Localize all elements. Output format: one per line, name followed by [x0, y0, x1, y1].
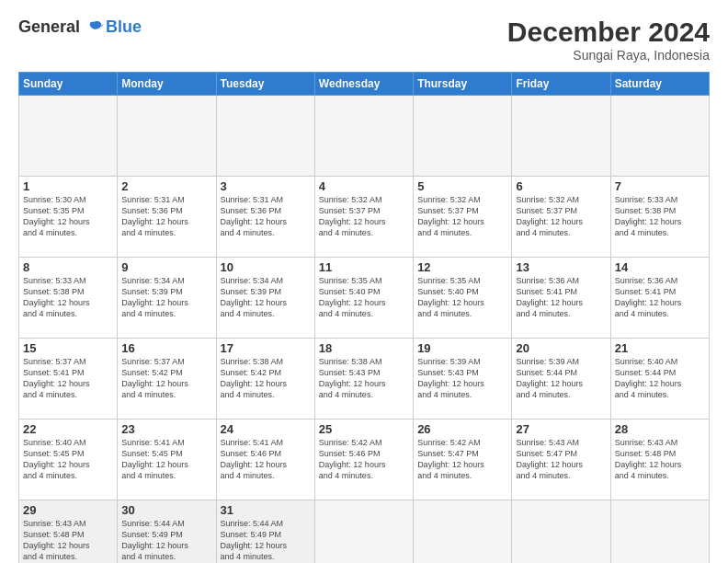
calendar-cell: 15Sunrise: 5:37 AMSunset: 5:41 PMDayligh… [19, 339, 118, 419]
calendar-cell [19, 96, 118, 177]
calendar-cell: 4Sunrise: 5:32 AMSunset: 5:37 PMDaylight… [314, 177, 413, 258]
day-number: 15 [23, 341, 113, 355]
calendar-week-row: 1Sunrise: 5:30 AMSunset: 5:35 PMDaylight… [19, 177, 710, 258]
calendar-cell: 24Sunrise: 5:41 AMSunset: 5:46 PMDayligh… [216, 419, 314, 500]
calendar-cell: 29Sunrise: 5:43 AMSunset: 5:48 PMDayligh… [19, 500, 118, 564]
calendar-cell [512, 500, 610, 564]
day-info: Sunrise: 5:41 AMSunset: 5:45 PMDaylight:… [121, 437, 211, 482]
day-info: Sunrise: 5:43 AMSunset: 5:48 PMDaylight:… [23, 518, 113, 563]
day-number: 10 [221, 260, 311, 274]
calendar-cell: 17Sunrise: 5:38 AMSunset: 5:42 PMDayligh… [216, 339, 314, 419]
day-number: 19 [417, 341, 507, 355]
calendar-cell: 10Sunrise: 5:34 AMSunset: 5:39 PMDayligh… [216, 258, 314, 339]
calendar-cell: 13Sunrise: 5:36 AMSunset: 5:41 PMDayligh… [512, 258, 610, 339]
col-header-tuesday: Tuesday [216, 73, 314, 96]
day-info: Sunrise: 5:38 AMSunset: 5:42 PMDaylight:… [221, 356, 311, 401]
day-info: Sunrise: 5:41 AMSunset: 5:46 PMDaylight:… [221, 437, 311, 482]
day-info: Sunrise: 5:30 AMSunset: 5:35 PMDaylight:… [23, 194, 113, 239]
calendar-cell: 8Sunrise: 5:33 AMSunset: 5:38 PMDaylight… [19, 258, 118, 339]
day-info: Sunrise: 5:34 AMSunset: 5:39 PMDaylight:… [121, 275, 211, 320]
col-header-sunday: Sunday [19, 73, 118, 96]
day-number: 9 [121, 260, 211, 274]
day-number: 20 [516, 341, 606, 355]
calendar-cell: 14Sunrise: 5:36 AMSunset: 5:41 PMDayligh… [610, 258, 709, 339]
calendar-week-row: 22Sunrise: 5:40 AMSunset: 5:45 PMDayligh… [19, 419, 710, 500]
location-subtitle: Sungai Raya, Indonesia [507, 48, 710, 63]
calendar-cell: 2Sunrise: 5:31 AMSunset: 5:36 PMDaylight… [118, 177, 216, 258]
day-info: Sunrise: 5:36 AMSunset: 5:41 PMDaylight:… [516, 275, 606, 320]
calendar-cell [610, 96, 709, 177]
day-info: Sunrise: 5:33 AMSunset: 5:38 PMDaylight:… [615, 194, 705, 239]
calendar-cell [610, 500, 709, 564]
day-info: Sunrise: 5:40 AMSunset: 5:45 PMDaylight:… [23, 437, 113, 482]
calendar-table: SundayMondayTuesdayWednesdayThursdayFrid… [18, 72, 710, 563]
day-number: 27 [516, 422, 606, 436]
day-number: 4 [319, 179, 409, 193]
day-info: Sunrise: 5:32 AMSunset: 5:37 PMDaylight:… [417, 194, 507, 239]
logo-blue-text: Blue [106, 17, 142, 37]
calendar-cell: 30Sunrise: 5:44 AMSunset: 5:49 PMDayligh… [118, 500, 216, 564]
calendar-cell: 7Sunrise: 5:33 AMSunset: 5:38 PMDaylight… [610, 177, 709, 258]
month-title: December 2024 [507, 17, 710, 48]
calendar-cell: 5Sunrise: 5:32 AMSunset: 5:37 PMDaylight… [414, 177, 512, 258]
day-info: Sunrise: 5:35 AMSunset: 5:40 PMDaylight:… [319, 275, 409, 320]
day-number: 3 [221, 179, 311, 193]
calendar-cell: 11Sunrise: 5:35 AMSunset: 5:40 PMDayligh… [314, 258, 413, 339]
day-number: 21 [615, 341, 705, 355]
day-number: 12 [417, 260, 507, 274]
day-info: Sunrise: 5:44 AMSunset: 5:49 PMDaylight:… [121, 518, 211, 563]
calendar-header-row: SundayMondayTuesdayWednesdayThursdayFrid… [19, 73, 710, 96]
day-info: Sunrise: 5:44 AMSunset: 5:49 PMDaylight:… [221, 518, 311, 563]
header: General Blue December 2024 Sungai Raya, … [18, 17, 710, 63]
day-number: 13 [516, 260, 606, 274]
calendar-cell [512, 96, 610, 177]
calendar-cell [118, 96, 216, 177]
day-number: 5 [417, 179, 507, 193]
logo-bird-icon [84, 17, 104, 37]
day-info: Sunrise: 5:40 AMSunset: 5:44 PMDaylight:… [615, 356, 705, 401]
day-number: 29 [23, 503, 113, 517]
col-header-monday: Monday [118, 73, 216, 96]
calendar-cell: 9Sunrise: 5:34 AMSunset: 5:39 PMDaylight… [118, 258, 216, 339]
calendar-week-row: 29Sunrise: 5:43 AMSunset: 5:48 PMDayligh… [19, 500, 710, 564]
day-number: 8 [23, 260, 113, 274]
day-info: Sunrise: 5:32 AMSunset: 5:37 PMDaylight:… [516, 194, 606, 239]
day-info: Sunrise: 5:42 AMSunset: 5:47 PMDaylight:… [417, 437, 507, 482]
calendar-week-row [19, 96, 710, 177]
day-info: Sunrise: 5:31 AMSunset: 5:36 PMDaylight:… [221, 194, 311, 239]
calendar-cell: 31Sunrise: 5:44 AMSunset: 5:49 PMDayligh… [216, 500, 314, 564]
day-number: 6 [516, 179, 606, 193]
day-info: Sunrise: 5:33 AMSunset: 5:38 PMDaylight:… [23, 275, 113, 320]
day-number: 31 [221, 503, 311, 517]
day-info: Sunrise: 5:37 AMSunset: 5:42 PMDaylight:… [121, 356, 211, 401]
col-header-thursday: Thursday [414, 73, 512, 96]
calendar-cell: 25Sunrise: 5:42 AMSunset: 5:46 PMDayligh… [314, 419, 413, 500]
calendar-cell: 22Sunrise: 5:40 AMSunset: 5:45 PMDayligh… [19, 419, 118, 500]
day-info: Sunrise: 5:39 AMSunset: 5:44 PMDaylight:… [516, 356, 606, 401]
calendar-cell: 26Sunrise: 5:42 AMSunset: 5:47 PMDayligh… [414, 419, 512, 500]
calendar-cell: 16Sunrise: 5:37 AMSunset: 5:42 PMDayligh… [118, 339, 216, 419]
day-number: 26 [417, 422, 507, 436]
day-number: 23 [121, 422, 211, 436]
day-info: Sunrise: 5:31 AMSunset: 5:36 PMDaylight:… [121, 194, 211, 239]
day-number: 30 [121, 503, 211, 517]
calendar-cell: 28Sunrise: 5:43 AMSunset: 5:48 PMDayligh… [610, 419, 709, 500]
day-number: 25 [319, 422, 409, 436]
calendar-week-row: 15Sunrise: 5:37 AMSunset: 5:41 PMDayligh… [19, 339, 710, 419]
calendar-cell: 1Sunrise: 5:30 AMSunset: 5:35 PMDaylight… [19, 177, 118, 258]
calendar-cell [414, 96, 512, 177]
day-info: Sunrise: 5:43 AMSunset: 5:48 PMDaylight:… [615, 437, 705, 482]
calendar-cell: 18Sunrise: 5:38 AMSunset: 5:43 PMDayligh… [314, 339, 413, 419]
col-header-wednesday: Wednesday [314, 73, 413, 96]
logo: General Blue [18, 17, 142, 37]
day-info: Sunrise: 5:36 AMSunset: 5:41 PMDaylight:… [615, 275, 705, 320]
day-info: Sunrise: 5:37 AMSunset: 5:41 PMDaylight:… [23, 356, 113, 401]
calendar-cell: 20Sunrise: 5:39 AMSunset: 5:44 PMDayligh… [512, 339, 610, 419]
title-block: December 2024 Sungai Raya, Indonesia [507, 17, 710, 63]
day-info: Sunrise: 5:43 AMSunset: 5:47 PMDaylight:… [516, 437, 606, 482]
day-info: Sunrise: 5:39 AMSunset: 5:43 PMDaylight:… [417, 356, 507, 401]
col-header-friday: Friday [512, 73, 610, 96]
calendar-cell: 19Sunrise: 5:39 AMSunset: 5:43 PMDayligh… [414, 339, 512, 419]
calendar-cell: 3Sunrise: 5:31 AMSunset: 5:36 PMDaylight… [216, 177, 314, 258]
calendar-cell [314, 500, 413, 564]
